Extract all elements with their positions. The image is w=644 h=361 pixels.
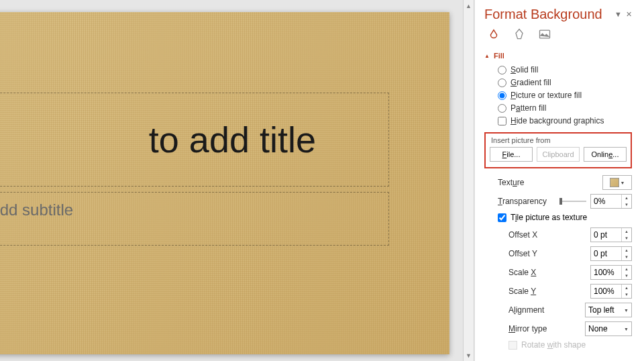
svg-marker-0 bbox=[516, 30, 523, 39]
scale-x-label: Scale X bbox=[508, 268, 536, 277]
alignment-dropdown[interactable]: Top left▼ bbox=[585, 303, 632, 317]
transparency-spinner[interactable]: ▲▼ bbox=[590, 194, 632, 209]
offset-y-label: Offset Y bbox=[508, 249, 537, 258]
chevron-down-icon: ▼ bbox=[624, 308, 629, 313]
fill-section-label: Fill bbox=[494, 52, 504, 60]
panel-options-dropdown-icon[interactable]: ▼ bbox=[614, 10, 622, 19]
insert-picture-group: Insert picture from File... Clipboard On… bbox=[484, 132, 632, 168]
offset-y-input[interactable] bbox=[591, 247, 621, 260]
mirror-type-label: Mirror type bbox=[508, 324, 547, 333]
online-button[interactable]: Online... bbox=[584, 147, 627, 162]
svg-rect-1 bbox=[540, 30, 550, 38]
texture-label: Texture bbox=[498, 178, 524, 187]
texture-swatch-icon bbox=[610, 178, 619, 187]
effects-tab-icon[interactable] bbox=[511, 26, 527, 42]
panel-close-icon[interactable]: ✕ bbox=[626, 10, 632, 19]
scale-x-spinner[interactable]: ▲▼ bbox=[590, 265, 632, 280]
spin-up-icon[interactable]: ▲ bbox=[622, 195, 631, 201]
offset-x-spinner[interactable]: ▲▼ bbox=[590, 227, 632, 242]
fill-tab-icon[interactable] bbox=[486, 26, 502, 42]
vertical-scrollbar[interactable]: ▲ ▼ bbox=[463, 0, 474, 361]
transparency-label: Transparency bbox=[498, 197, 547, 206]
transparency-slider[interactable] bbox=[559, 201, 586, 202]
subtitle-placeholder-box[interactable]: ck to add subtitle bbox=[0, 192, 389, 246]
fill-type-options: SSolid fillolid fill Gradient fill Pictu… bbox=[484, 65, 632, 125]
slide-canvas[interactable]: to add title ck to add subtitle bbox=[0, 12, 449, 354]
spin-down-icon[interactable]: ▼ bbox=[622, 201, 631, 208]
texture-dropdown[interactable]: ▼ bbox=[602, 175, 632, 190]
panel-title: Format Background bbox=[484, 7, 602, 22]
fill-section-header[interactable]: ▲ Fill bbox=[484, 52, 632, 60]
insert-picture-label: Insert picture from bbox=[490, 136, 627, 144]
alignment-label: Alignment bbox=[508, 305, 544, 315]
slide-editor-area: to add title ck to add subtitle bbox=[0, 0, 463, 361]
scale-y-spinner[interactable]: ▲▼ bbox=[590, 284, 632, 299]
rotate-with-shape-checkbox: Rotate with shape bbox=[484, 340, 632, 350]
file-button[interactable]: File... bbox=[490, 147, 533, 162]
title-placeholder-text: to add title bbox=[0, 119, 316, 160]
hide-bg-checkbox[interactable]: Hide background graphics bbox=[498, 116, 632, 125]
chevron-down-icon: ▼ bbox=[621, 180, 625, 185]
title-placeholder-box[interactable]: to add title bbox=[0, 93, 389, 187]
category-tabs bbox=[484, 26, 632, 42]
solid-fill-radio[interactable]: SSolid fillolid fill bbox=[498, 65, 632, 74]
collapse-triangle-icon: ▲ bbox=[484, 53, 490, 59]
scroll-up-arrow[interactable]: ▲ bbox=[464, 0, 474, 11]
scale-x-input[interactable] bbox=[591, 266, 621, 279]
disabled-checkbox-icon bbox=[508, 341, 517, 350]
clipboard-button: Clipboard bbox=[537, 147, 580, 162]
picture-tab-icon[interactable] bbox=[537, 26, 553, 42]
picture-texture-fill-radio[interactable]: Picture or texture fill bbox=[498, 91, 632, 100]
offset-x-label: Offset X bbox=[508, 230, 537, 240]
tile-picture-checkbox[interactable]: Tile picture as texture bbox=[484, 213, 632, 222]
transparency-input[interactable] bbox=[591, 195, 621, 208]
mirror-type-dropdown[interactable]: None▼ bbox=[585, 321, 632, 336]
format-background-panel: Format Background ▼ ✕ ▲ Fill SSolid fill… bbox=[475, 0, 644, 361]
scale-y-input[interactable] bbox=[591, 285, 621, 298]
scroll-down-arrow[interactable]: ▼ bbox=[464, 350, 474, 361]
gradient-fill-radio[interactable]: Gradient fill bbox=[498, 78, 632, 87]
pattern-fill-radio[interactable]: Pattern fill bbox=[498, 103, 632, 113]
subtitle-placeholder-text: ck to add subtitle bbox=[0, 201, 73, 219]
offset-y-spinner[interactable]: ▲▼ bbox=[590, 246, 632, 261]
scale-y-label: Scale Y bbox=[508, 287, 536, 296]
offset-x-input[interactable] bbox=[591, 228, 621, 242]
chevron-down-icon: ▼ bbox=[624, 327, 629, 331]
